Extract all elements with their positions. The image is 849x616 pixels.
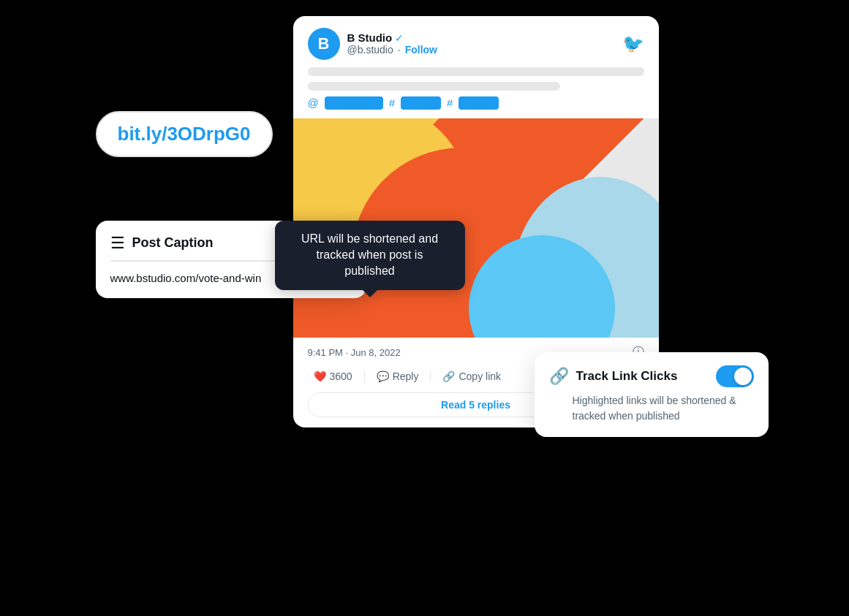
track-link-left: 🔗 Track Link Clicks <box>549 367 678 386</box>
at-sign-icon: @ <box>308 96 319 109</box>
track-link-header: 🔗 Track Link Clicks <box>549 365 754 387</box>
hash-sign-icon-1: # <box>389 96 395 109</box>
verified-icon: ✓ <box>395 32 404 44</box>
tweet-line-1 <box>308 67 644 76</box>
follow-button[interactable]: Follow <box>405 44 437 56</box>
tweet-line-2 <box>308 82 560 91</box>
tooltip-text: URL will be shortened and tracked when p… <box>301 232 438 278</box>
tweet-tags: @ # # <box>308 96 644 110</box>
hashtag-pill-1 <box>401 96 441 110</box>
link-copy-icon: 🔗 <box>442 370 455 382</box>
scene: B B Studio ✓ @b.studio · Follow <box>96 16 754 601</box>
mention-pill <box>325 96 383 110</box>
hashtag-pill-2 <box>459 96 499 110</box>
action-divider-2 <box>430 370 431 382</box>
heart-icon: ❤️ <box>314 370 326 382</box>
post-caption-url-value: www.bstudio.com/vote-and-win <box>110 272 262 284</box>
reply-action[interactable]: 💬 Reply <box>371 368 425 385</box>
track-link-description: Highlighted links will be shortened & tr… <box>573 393 754 424</box>
user-name: B Studio <box>347 31 393 44</box>
url-shortened-bubble: bit.ly/3ODrpG0 <box>96 111 273 157</box>
action-divider-1 <box>364 370 365 382</box>
link-chain-icon: 🔗 <box>549 367 569 386</box>
tweet-content-lines <box>308 67 644 91</box>
shortened-url-text: bit.ly/3ODrpG0 <box>118 123 251 145</box>
user-info: B Studio ✓ @b.studio · Follow <box>347 31 437 56</box>
toggle-knob <box>734 368 752 385</box>
like-action[interactable]: ❤️ 3600 <box>308 368 358 385</box>
reply-icon: 💬 <box>377 370 389 382</box>
like-count: 3600 <box>330 370 352 382</box>
hash-sign-icon-2: # <box>447 96 453 109</box>
twitter-logo-icon: 🐦 <box>622 34 644 54</box>
track-link-title: Track Link Clicks <box>576 369 678 384</box>
copy-link-label: Copy link <box>459 370 501 382</box>
track-link-toggle[interactable] <box>716 365 754 387</box>
tweet-timestamp: 9:41 PM · Jun 8, 2022 <box>308 347 401 358</box>
avatar: B <box>308 28 340 60</box>
caption-icon: ☰ <box>110 234 125 253</box>
post-caption-title: Post Caption <box>132 235 214 251</box>
tweet-user: B B Studio ✓ @b.studio · Follow <box>308 28 437 60</box>
tweet-header: B B Studio ✓ @b.studio · Follow <box>308 28 644 60</box>
copy-link-action[interactable]: 🔗 Copy link <box>437 368 507 385</box>
track-link-card: 🔗 Track Link Clicks Highlighted links wi… <box>535 352 769 437</box>
reply-label: Reply <box>393 370 419 382</box>
url-tooltip: URL will be shortened and tracked when p… <box>275 221 465 290</box>
user-handle: @b.studio <box>347 44 393 56</box>
